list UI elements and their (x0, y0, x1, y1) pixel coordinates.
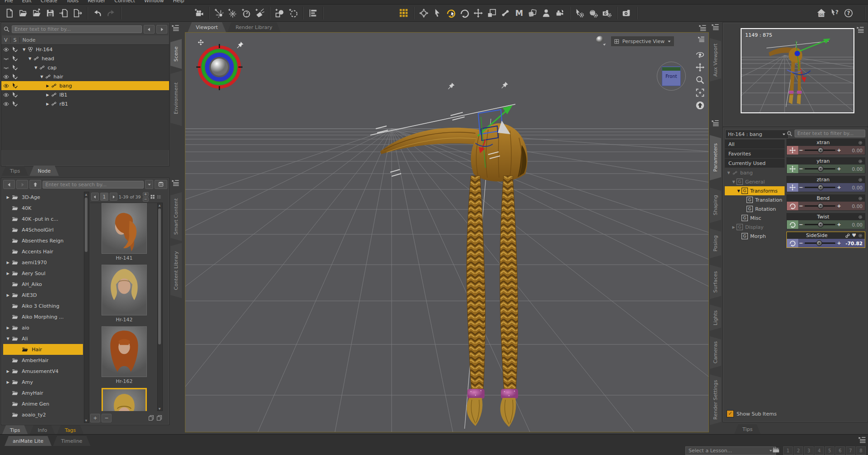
slider-track[interactable] (805, 205, 835, 207)
slider-track[interactable] (805, 242, 835, 244)
eye-open-icon[interactable] (2, 83, 10, 89)
increment-button[interactable]: + (836, 222, 842, 228)
folder-Aery-Soul[interactable]: ▶ Aery Soul (3, 268, 83, 279)
side-tab-parameters[interactable]: Parameters (710, 135, 721, 180)
cursor-check-icon[interactable] (11, 64, 19, 71)
thumbnail-Hr-164[interactable]: Hr-164 (90, 388, 157, 411)
new-primitive-button[interactable] (273, 7, 286, 19)
scene-node-Hr-164[interactable]: ▼ Hr-164 (1, 45, 169, 54)
pane-options-icon[interactable] (171, 179, 180, 186)
lesson-page-7[interactable]: 7 (846, 446, 855, 455)
param-search-icon[interactable] (786, 131, 793, 137)
figure-selection-button[interactable] (539, 7, 553, 19)
thumbnail-image[interactable] (102, 326, 147, 377)
menu-create[interactable]: Create (41, 0, 58, 4)
surface-selection-button[interactable] (526, 7, 539, 19)
slider-value[interactable]: 0.00 (842, 203, 865, 209)
search-icon[interactable] (3, 26, 10, 33)
import-file-button[interactable] (57, 7, 71, 19)
node-selector-dropdown[interactable]: Hr-164 : bang (725, 130, 789, 139)
lesson-page-4[interactable]: 4 (815, 446, 824, 455)
increment-button[interactable]: + (836, 147, 842, 153)
pane-options-icon[interactable] (711, 23, 720, 30)
open-file-button[interactable] (16, 7, 30, 19)
orientation-compass[interactable] (193, 37, 246, 91)
param-node-rotation[interactable]: G Rotation (725, 204, 785, 213)
folder-40K--put-in-c...[interactable]: 40K -put in c... (3, 213, 83, 224)
param-node-general[interactable]: ▼G General (725, 177, 785, 186)
decrement-button[interactable]: − (798, 147, 804, 153)
folder-Ali[interactable]: ▼ Ali (3, 333, 83, 344)
viewport-grid-button[interactable] (397, 7, 411, 19)
render-button[interactable] (620, 7, 634, 19)
cursor-check-icon[interactable] (11, 82, 19, 89)
render-options-button[interactable] (600, 7, 614, 19)
param-node-transforms[interactable]: ▼G Transforms (725, 186, 785, 195)
increment-button[interactable]: + (836, 203, 842, 209)
active-pose-button[interactable] (444, 7, 458, 19)
expand-arrow-icon[interactable]: ▶ (45, 84, 50, 88)
folder-aio[interactable]: ▶ aio (3, 322, 83, 333)
slider-track[interactable] (805, 224, 835, 225)
decrement-button[interactable]: − (798, 222, 804, 228)
side-tab-render-settings[interactable]: Render Settings (710, 374, 721, 425)
menu-render[interactable]: Render (87, 0, 105, 4)
expand-arrow-icon[interactable]: ▶ (5, 369, 11, 373)
param-filter-input[interactable] (795, 130, 865, 137)
page-number[interactable]: 1 (100, 193, 108, 201)
expand-arrow-icon[interactable]: ▶ (5, 380, 11, 384)
aux-pane-options-icon[interactable] (856, 25, 865, 33)
tool-settings-button[interactable] (573, 7, 587, 19)
param-group-currently-used[interactable]: Currently Used (725, 159, 785, 168)
aux-viewport[interactable]: 1149 : 875 (741, 28, 854, 113)
checkbox-checked-icon[interactable]: ✓ (727, 410, 734, 417)
param-slider-ytran[interactable]: ytran − + 0.00 (786, 157, 865, 174)
cursor-check-icon[interactable] (11, 101, 19, 107)
thumbnail-Hr-141[interactable]: Hr-141 (90, 203, 157, 263)
prev-filter-button[interactable] (144, 25, 155, 34)
folder-AmyHair[interactable]: AmyHair (3, 387, 83, 398)
slider-knob[interactable] (818, 147, 824, 153)
new-distant-light-button[interactable] (212, 7, 226, 19)
expand-arrow-icon[interactable]: ▶ (5, 326, 11, 330)
slider-track[interactable] (805, 150, 835, 151)
ds-home-button[interactable]: DS (815, 7, 828, 19)
pan-icon[interactable] (695, 63, 705, 72)
pane-options-icon[interactable] (171, 24, 180, 31)
param-slider-xtran[interactable]: xtran − + 0.00 (786, 139, 865, 155)
eye-open-icon[interactable] (2, 47, 10, 53)
page-prev-button[interactable] (91, 193, 99, 201)
lesson-page-5[interactable]: 5 (825, 446, 834, 455)
thumbnail-image[interactable] (102, 265, 147, 315)
menu-window[interactable]: Window (144, 0, 164, 4)
new-spotlight-button[interactable] (253, 7, 267, 19)
new-point-light-button[interactable] (226, 7, 239, 19)
expand-arrow-icon[interactable]: ▼ (33, 66, 39, 70)
new-file-button[interactable] (3, 7, 16, 19)
slider-value[interactable]: -70.82 (842, 241, 865, 246)
folder-A4SchoolGirl[interactable]: A4SchoolGirl (3, 224, 83, 235)
list-view-button[interactable] (156, 194, 162, 200)
content-tab-info[interactable]: Info (29, 425, 55, 435)
expand-arrow-icon[interactable]: ▼ (39, 75, 44, 79)
expand-arrow-icon[interactable]: ▶ (45, 102, 50, 106)
orbit-icon[interactable] (695, 50, 705, 59)
gear-icon[interactable] (858, 233, 863, 238)
draw-style-sphere-button[interactable] (594, 35, 607, 47)
expand-arrow-icon[interactable]: ▶ (5, 261, 11, 265)
page-next-button[interactable] (110, 193, 117, 201)
slider-knob[interactable] (818, 184, 824, 190)
slider-value[interactable]: 0.00 (842, 222, 865, 228)
lesson-page-8[interactable]: 8 (856, 446, 866, 455)
geometry-editor-button[interactable]: M (512, 7, 526, 19)
folder-AIE3D[interactable]: ▶ AIE3D (3, 290, 83, 300)
gear-icon[interactable] (858, 196, 863, 201)
slider-track[interactable] (805, 168, 835, 169)
gear-icon[interactable] (858, 214, 863, 220)
folder-aemi1970[interactable]: ▶ aemi1970 (3, 257, 83, 268)
zoom-icon[interactable] (695, 75, 705, 85)
eye-closed-icon[interactable] (2, 65, 10, 71)
tab-tips[interactable]: Tips (734, 424, 761, 434)
eye-open-icon[interactable] (2, 74, 10, 80)
gear-icon[interactable] (858, 159, 863, 164)
